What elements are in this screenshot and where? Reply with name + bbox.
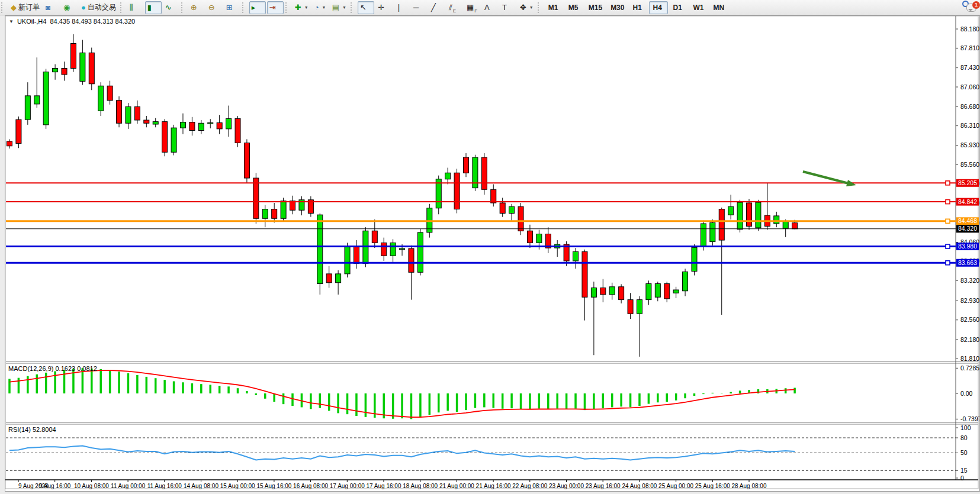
tool-sub-letter: E [453, 8, 456, 14]
macd-tick-label: 0.00 [960, 390, 973, 397]
candle-body [62, 69, 67, 75]
macd-tick-label: -0.7397 [960, 415, 979, 422]
candle-body [89, 53, 94, 84]
candle-body [372, 231, 377, 243]
chevron-down-icon[interactable]: ▼ [9, 19, 14, 24]
timeframe-m30[interactable]: M30 [607, 1, 628, 14]
timeframe-mn[interactable]: MN [709, 1, 728, 14]
candle-body [692, 247, 697, 271]
price-tick-label: 85.930 [960, 141, 979, 148]
candle-body [208, 122, 213, 124]
candlestick-chart-button[interactable]: ▮ [145, 1, 162, 14]
candle-body [582, 251, 587, 297]
candle-body [400, 248, 405, 250]
auto-scroll-button[interactable]: ▸ [249, 1, 266, 14]
time-tick-label: 25 Aug 00:00 [658, 483, 693, 489]
candle-body [153, 122, 158, 124]
price-label-resistance-2: 84.842 [958, 198, 977, 205]
candle-body [737, 202, 743, 230]
zoom-in-button[interactable]: ⊕ [188, 1, 205, 14]
autotrading-button-label: 自动交易 [88, 2, 116, 12]
arrow-object-shaft[interactable] [803, 172, 849, 183]
rsi-tick-label: 15 [960, 467, 968, 474]
chart-quote-bar[interactable]: ▼ UKOil-,H4 84.435 84.493 84.313 84.320 [9, 18, 135, 25]
candle-body [409, 248, 414, 272]
dropdown-arrow-icon[interactable]: ▼ [322, 5, 326, 9]
candle-body [491, 189, 496, 203]
new-order-icon: ◆ [11, 4, 17, 11]
notifications-icon[interactable]: 1 [966, 4, 976, 12]
chart-symbol-label: UKOil-,H4 [17, 18, 47, 25]
price-tick-label: 86.680 [960, 103, 979, 110]
fibonacci-button[interactable]: ▦F [464, 1, 481, 14]
dropdown-arrow-icon[interactable]: ▼ [529, 5, 534, 9]
level-line-anchor[interactable] [946, 261, 950, 265]
level-line-anchor[interactable] [946, 219, 950, 223]
candle-body [573, 251, 579, 261]
new-order-button[interactable]: ◆新订单 [8, 1, 42, 14]
candle-body [701, 224, 706, 247]
candle-body [756, 202, 761, 228]
timeframe-w1[interactable]: W1 [689, 1, 708, 14]
tile-windows-button[interactable]: ⊞ [224, 1, 240, 14]
time-tick-label: 17 Aug 16:00 [367, 483, 401, 489]
candle-body [500, 203, 505, 214]
level-line-anchor[interactable] [946, 244, 950, 248]
shapes-button[interactable]: ✥▼ [518, 1, 536, 14]
trendline-button[interactable]: ╱ [429, 1, 445, 14]
bar-chart-button[interactable]: ⫼ [127, 1, 144, 14]
price-chart-canvas[interactable]: 88.18087.81087.43087.06086.68086.31085.9… [5, 16, 979, 490]
candle-body [417, 233, 423, 272]
timeframe-h4[interactable]: H4 [649, 1, 668, 14]
candle-body [655, 284, 660, 298]
candle-body [180, 122, 185, 128]
candle-body [354, 247, 359, 264]
level-line-anchor[interactable] [946, 200, 950, 204]
dropdown-arrow-icon[interactable]: ▼ [304, 5, 309, 9]
profile-button[interactable]: ◙ [43, 1, 60, 14]
autotrading-button[interactable]: ●自动交易 [79, 1, 118, 14]
candle-body [518, 206, 523, 231]
line-chart-button[interactable]: ∿ [163, 1, 179, 14]
cursor-button[interactable]: ↖ [358, 1, 374, 14]
profile-icon: ◙ [46, 4, 50, 11]
signals-button[interactable]: ◉ [61, 1, 78, 14]
timeframe-m1[interactable]: M1 [545, 1, 564, 14]
timeframe-m15[interactable]: M15 [585, 1, 606, 14]
label-button[interactable]: T [500, 1, 516, 14]
price-tick-label: 87.430 [960, 64, 979, 71]
chart-ohlc-values: 84.435 84.493 84.313 84.320 [50, 18, 135, 25]
timeframe-d1[interactable]: D1 [669, 1, 688, 14]
candle-body [281, 201, 286, 219]
periods-button[interactable]: ◔▼ [312, 1, 329, 14]
chart-shift-button[interactable]: ⇥ [267, 1, 284, 14]
horizontal-line-button[interactable]: ─ [411, 1, 428, 14]
time-tick-label: 11 Aug 00:00 [111, 483, 146, 489]
candle-body [464, 157, 469, 173]
vertical-line-button[interactable]: ❘ [393, 1, 410, 14]
indicators-button[interactable]: ✚▼ [293, 1, 311, 14]
notification-badge: 1 [972, 1, 980, 9]
time-tick-label: 17 Aug 00:00 [330, 483, 365, 489]
price-tick-label: 88.180 [960, 25, 979, 33]
text-button[interactable]: A [482, 1, 499, 14]
timeframe-h1[interactable]: H1 [629, 1, 648, 14]
crosshair-button[interactable]: ✛ [375, 1, 392, 14]
time-tick-label: 15 Aug 16:00 [256, 483, 291, 489]
candle-body [189, 122, 195, 131]
timeframe-m5[interactable]: M5 [565, 1, 584, 14]
candle-body [683, 272, 688, 290]
level-line-anchor[interactable] [946, 181, 950, 185]
auto-scroll-icon: ▸ [252, 4, 256, 11]
candle-body [226, 118, 232, 129]
candle-body [728, 206, 734, 215]
macd-indicator-label: MACD(12,26,9) 0.1623 0.0812 [8, 365, 97, 372]
time-tick-label: 25 Aug 16:00 [695, 483, 730, 489]
crosshair-icon: ✛ [378, 4, 384, 11]
candle-body [609, 287, 615, 295]
templates-button[interactable]: ▤▼ [330, 1, 349, 14]
dropdown-arrow-icon[interactable]: ▼ [342, 5, 346, 9]
candlestick-icon: ▮ [147, 4, 152, 11]
zoom-out-button[interactable]: ⊖ [206, 1, 223, 14]
channel-button[interactable]: ⫽E [446, 1, 463, 14]
